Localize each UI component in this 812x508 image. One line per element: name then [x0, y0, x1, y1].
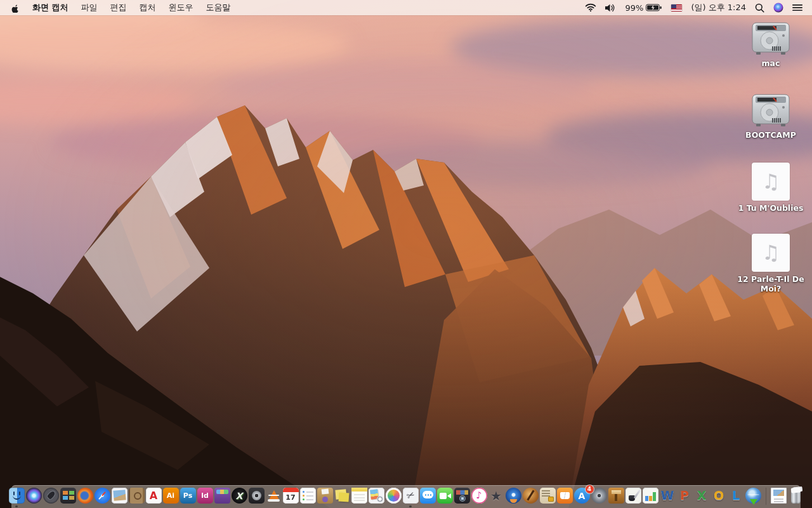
- dock-calendar-icon[interactable]: 17: [283, 488, 299, 504]
- music-note-icon: ♫: [762, 243, 780, 263]
- dock-grab-icon[interactable]: ✂: [403, 488, 419, 504]
- illustrator-glyph: Ai: [163, 488, 179, 504]
- desktop-label: mac: [762, 58, 780, 68]
- audio-file-icon: ♫: [752, 234, 790, 272]
- hard-drive-icon: [750, 93, 791, 128]
- battery-charging-icon: [646, 4, 662, 11]
- apple-menu-icon[interactable]: [6, 3, 26, 13]
- wallpaper: [0, 0, 812, 508]
- dock-keynote-icon[interactable]: [608, 488, 624, 504]
- menu-clock[interactable]: (일) 오후 1:24: [686, 0, 750, 15]
- menu-edit[interactable]: 편집: [104, 0, 133, 15]
- dock-outlook-icon[interactable]: O: [711, 488, 727, 504]
- dock-illustrator-icon[interactable]: Ai: [163, 488, 179, 504]
- menu-capture[interactable]: 캡처: [133, 0, 162, 15]
- menu-help[interactable]: 도움말: [200, 0, 237, 15]
- lync-glyph: L: [728, 488, 744, 504]
- powerpoint-glyph: P: [677, 488, 693, 504]
- battery-status[interactable]: 99%: [620, 0, 667, 15]
- dock-acrobat-icon[interactable]: A: [146, 488, 162, 504]
- dock-diskutil-icon[interactable]: [249, 488, 265, 504]
- finder-running-indicator: [15, 505, 18, 508]
- hard-drive-icon: [750, 22, 791, 56]
- siri-icon[interactable]: [769, 0, 788, 15]
- x11-glyph: X: [232, 488, 247, 504]
- dock-preview-icon[interactable]: [112, 488, 128, 504]
- desktop-icon-audio-file-2[interactable]: ♫ 12 Parle-T-Il De Moi?: [731, 234, 811, 293]
- dock-numbers-icon[interactable]: [643, 488, 658, 504]
- dock: AAiPsIdX17✂♪★A4WPXOL: [11, 485, 801, 508]
- dock-pages-icon[interactable]: [625, 488, 641, 504]
- word-glyph: W: [660, 488, 676, 504]
- dock-downloader-icon[interactable]: [745, 488, 761, 504]
- dock-stickies-icon[interactable]: [334, 488, 350, 504]
- calendar-glyph: 17: [283, 488, 299, 504]
- photoshop-glyph: Ps: [180, 488, 196, 504]
- dock-powerpoint-icon[interactable]: P: [677, 488, 693, 504]
- dock-garageband-icon[interactable]: [523, 488, 539, 504]
- music-note-icon: ♫: [762, 171, 780, 192]
- dock-finder-icon[interactable]: [9, 488, 25, 504]
- dock-imovie-icon[interactable]: ★: [488, 488, 504, 504]
- wifi-icon[interactable]: [580, 0, 601, 15]
- dock-photos-icon[interactable]: [386, 488, 402, 504]
- dock-lync-icon[interactable]: L: [728, 488, 744, 504]
- dock-itunes-icon[interactable]: ♪: [471, 488, 487, 504]
- menu-app-name[interactable]: 화면 캡처: [26, 0, 75, 15]
- dock-photoshop-icon[interactable]: Ps: [180, 488, 196, 504]
- imovie-glyph: ★: [488, 488, 504, 504]
- spotlight-icon[interactable]: [750, 0, 769, 15]
- menu-file[interactable]: 파일: [75, 0, 104, 15]
- dock-trash-icon[interactable]: [788, 488, 804, 504]
- dock-reminders-icon[interactable]: [300, 488, 316, 504]
- desktop-label: 12 Parle-T-Il De Moi?: [731, 274, 811, 293]
- desktop-label: BOOTCAMP: [745, 130, 796, 140]
- acrobat-glyph: A: [146, 488, 162, 504]
- dock-excel-icon[interactable]: X: [694, 488, 710, 504]
- dock-photobooth-icon[interactable]: [454, 488, 470, 504]
- notification-center-icon[interactable]: [788, 0, 807, 15]
- grab-glyph: ✂: [400, 485, 421, 506]
- dock-vlc-icon[interactable]: [266, 488, 282, 504]
- dock-messages-icon[interactable]: [420, 488, 436, 504]
- input-source-flag-icon[interactable]: [667, 0, 686, 15]
- dock-unarchiver-icon[interactable]: [317, 488, 333, 504]
- dock-siri-icon[interactable]: [26, 488, 42, 504]
- menu-window[interactable]: 윈도우: [162, 0, 200, 15]
- dock-toolbox-icon[interactable]: [214, 488, 230, 504]
- itunes-glyph: ♪: [471, 488, 487, 504]
- appstore-badge: 4: [586, 485, 594, 493]
- dock-x11-icon[interactable]: X: [232, 488, 247, 504]
- desktop-icon-bootcamp-drive[interactable]: BOOTCAMP: [731, 93, 811, 140]
- dock-mission-control-icon[interactable]: [60, 488, 76, 504]
- dock-photocards-icon[interactable]: [369, 488, 384, 504]
- desktop-icon-audio-file-1[interactable]: ♫ 1 Tu M'Oublies: [731, 163, 811, 213]
- grab-running-indicator: [409, 505, 412, 508]
- desktop-label: 1 Tu M'Oublies: [738, 203, 804, 213]
- dock-ibooks-icon[interactable]: [557, 488, 573, 504]
- dock-securedocs-icon[interactable]: [540, 488, 556, 504]
- dock-safari-icon[interactable]: [95, 488, 110, 504]
- outlook-glyph: O: [711, 488, 727, 504]
- dock-docfile-icon[interactable]: [771, 488, 787, 504]
- dock-facetime-icon[interactable]: [437, 488, 453, 504]
- dock-indesign-icon[interactable]: Id: [197, 488, 213, 504]
- dock-notes-icon[interactable]: [351, 488, 367, 504]
- dock-contacts-icon[interactable]: [129, 488, 145, 504]
- menu-bar: 화면 캡처 파일 편집 캡처 윈도우 도움말 99%: [0, 0, 812, 15]
- dock-separator: [766, 488, 766, 505]
- dock-word-icon[interactable]: W: [660, 488, 676, 504]
- desktop-icon-mac-drive[interactable]: mac: [731, 22, 811, 68]
- audio-file-icon: ♫: [752, 163, 790, 201]
- volume-icon[interactable]: [601, 0, 620, 15]
- dock-dvd-icon[interactable]: [506, 488, 521, 504]
- dock-launchpad-icon[interactable]: [43, 488, 59, 504]
- battery-percent: 99%: [625, 3, 643, 13]
- desktop-screen: 화면 캡처 파일 편집 캡처 윈도우 도움말 99%: [0, 0, 812, 508]
- dock-firefox-icon[interactable]: [77, 488, 93, 504]
- dock-appstore-icon[interactable]: A4: [574, 488, 590, 504]
- excel-glyph: X: [694, 488, 710, 504]
- indesign-glyph: Id: [197, 488, 213, 504]
